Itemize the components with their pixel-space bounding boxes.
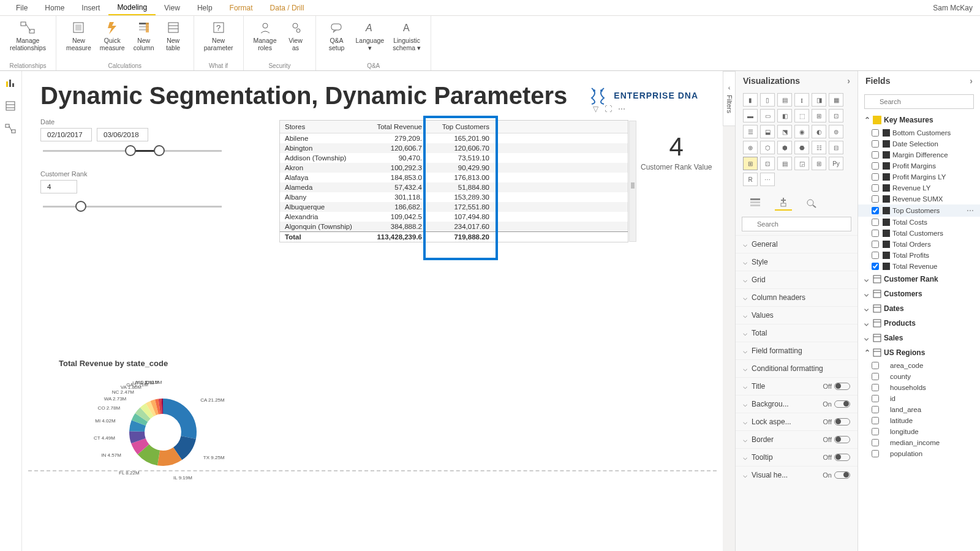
viz-type-icon[interactable]: ⊞ [743,157,758,170]
viz-type-icon[interactable]: ◲ [794,157,809,170]
viz-type-icon[interactable]: ⊚ [829,125,843,138]
format-section[interactable]: ⌵Values [736,306,858,324]
viz-type-icon[interactable]: ⊞ [812,109,826,122]
field-item[interactable]: median_income [858,437,980,448]
rank-slider[interactable] [43,206,222,208]
fields-search-input[interactable] [864,94,974,109]
field-item[interactable]: Top Customers⋯ [858,204,980,217]
viz-type-icon[interactable]: ◐ [812,125,826,138]
language-button[interactable]: ALanguage ▾ [352,18,388,61]
field-item[interactable]: Total Orders [858,239,980,250]
new-parameter-button[interactable]: ?New parameter [200,18,237,61]
menu-home[interactable]: Home [36,1,73,15]
menu-modeling[interactable]: Modeling [108,1,156,15]
format-section[interactable]: ⌵Style [736,253,858,271]
viz-type-icon[interactable]: ▤ [777,157,792,170]
format-section[interactable]: ⌵Visual he...On [736,466,858,484]
date-slider[interactable] [43,150,222,152]
model-view-button[interactable] [5,124,17,136]
card-visual[interactable]: 4 Customer Rank Value [641,132,712,171]
viz-type-icon[interactable]: ⫿ [794,93,809,107]
viz-type-icon[interactable]: ▬ [743,109,758,122]
menu-view[interactable]: View [156,1,189,15]
table-row[interactable]: Abilene279,209.165,201.90 [280,133,628,143]
table-row[interactable]: Abington120,606.7120,606.70 [280,143,628,153]
menu-format[interactable]: Format [221,1,262,15]
view-as-button[interactable]: View as [281,18,309,61]
viz-type-icon[interactable]: ◨ [812,93,826,107]
more-icon[interactable]: ⋯ [618,105,625,113]
viz-type-icon[interactable]: ▯ [760,93,775,107]
format-tab[interactable] [775,195,792,211]
table-visual[interactable]: ▽ ⛶ ⋯ Stores Total Revenue Top Customers… [279,120,628,242]
rank-slicer[interactable]: Customer Rank 4 [40,170,224,208]
field-item[interactable]: area_code [858,360,980,371]
viz-type-icon[interactable]: ⬡ [760,141,775,154]
table-row[interactable]: Addison (Township)90,470.73,519.10 [280,153,628,163]
menu-insert[interactable]: Insert [73,1,108,15]
table-scrollbar[interactable] [629,121,636,242]
format-section[interactable]: ⌵Total [736,324,858,342]
viz-type-icon[interactable]: ⊡ [760,157,775,170]
table-row[interactable]: Alexandria109,042.5107,494.80 [280,212,628,222]
format-section[interactable]: ⌵Column headers [736,288,858,306]
viz-type-icon[interactable]: ⊕ [743,141,758,154]
format-section[interactable]: ⌵Lock aspe...Off [736,413,858,430]
field-item[interactable]: Total Costs [858,217,980,228]
new-column-button[interactable]: New column [130,18,158,61]
table-row[interactable]: Albany301,118.153,289.30 [280,192,628,202]
field-item[interactable]: population [858,448,980,459]
viz-type-icon[interactable]: Py [829,157,843,170]
format-section[interactable]: ⌵Conditional formatting [736,359,858,377]
format-section[interactable]: ⌵General [736,235,858,253]
table-row[interactable]: Akron100,292.390,429.90 [280,163,628,173]
viz-type-icon[interactable]: ⬢ [777,141,792,154]
field-item[interactable]: id [858,393,980,404]
viz-type-icon[interactable]: ⊞ [812,157,826,170]
chevron-right-icon[interactable]: › [847,76,850,86]
analytics-tab[interactable] [803,195,820,211]
field-item[interactable]: Date Selection [858,138,980,149]
fields-search[interactable] [858,91,980,113]
date-to-input[interactable]: 03/06/2018 [97,128,148,141]
viz-type-icon[interactable]: ⋯ [760,173,775,186]
manage-roles-button[interactable]: Manage roles [250,18,281,61]
format-section[interactable]: ⌵Backgrou...On [736,395,858,413]
table-row[interactable]: Algonquin (Township)384,888.2234,017.60 [280,222,628,231]
menu-help[interactable]: Help [189,1,221,15]
field-item[interactable]: Profit Margins LY [858,171,980,182]
format-search[interactable] [742,217,851,231]
date-from-input[interactable]: 02/10/2017 [40,128,92,141]
new-table-button[interactable]: New table [159,18,187,61]
viz-type-icon[interactable]: ▮ [743,93,758,107]
new-measure-button[interactable]: New measure [62,18,95,61]
viz-type-icon[interactable]: ◉ [794,125,809,138]
fields-well-tab[interactable] [747,195,764,211]
format-section[interactable]: ⌵TitleOff [736,377,858,395]
rank-input[interactable]: 4 [40,180,77,193]
viz-type-icon[interactable]: ▦ [829,93,843,107]
menu-file[interactable]: File [7,1,36,15]
qa-setup-button[interactable]: Q&A setup [322,18,350,61]
filter-icon[interactable]: ▽ [593,105,598,113]
fields-group[interactable]: ⌵Customer Rank [858,272,980,287]
table-row[interactable]: Albuquerque186,682.172,551.80 [280,202,628,212]
format-section[interactable]: ⌵TooltipOff [736,448,858,466]
fields-group[interactable]: ⌵Customers [858,287,980,301]
chevron-right-icon[interactable]: › [970,76,973,86]
field-item[interactable]: Bottom Customers [858,127,980,138]
viz-type-icon[interactable]: ▤ [777,93,792,107]
table-row[interactable]: Alameda57,432.451,884.80 [280,182,628,192]
filters-pane-toggle[interactable]: ‹ Filters [723,71,735,126]
field-item[interactable]: land_area [858,404,980,415]
viz-type-icon[interactable]: ⊟ [829,141,843,154]
donut-chart[interactable]: CA 21.25MTX 9.25MIL 9.19MFL 8.22MIN 4.57… [83,377,243,481]
fields-group[interactable]: ⌵Products [858,316,980,331]
field-item[interactable]: Revenue SUMX [858,193,980,204]
field-item[interactable]: longitude [858,426,980,437]
report-canvas[interactable]: Dynamic Segmentation, Dynamic Parameters… [22,71,723,551]
field-item[interactable]: Total Profits [858,250,980,261]
viz-type-icon[interactable]: ⬚ [794,109,809,122]
field-item[interactable]: Total Revenue [858,261,980,272]
viz-type-icon[interactable]: ☷ [812,141,826,154]
